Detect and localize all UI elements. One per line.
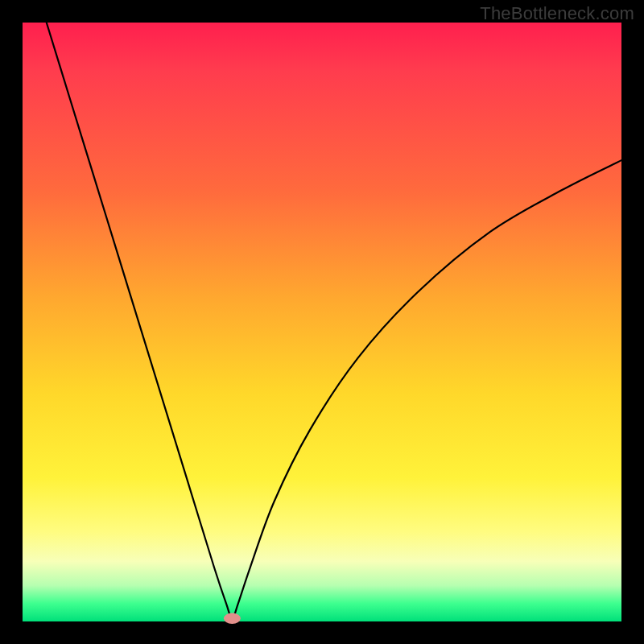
chart-container: TheBottleneck.com — [0, 0, 644, 644]
bottleneck-curve — [47, 23, 621, 618]
curve-svg — [23, 23, 621, 621]
watermark-text: TheBottleneck.com — [480, 3, 634, 24]
minimum-marker — [224, 613, 241, 624]
plot-area — [23, 23, 621, 621]
